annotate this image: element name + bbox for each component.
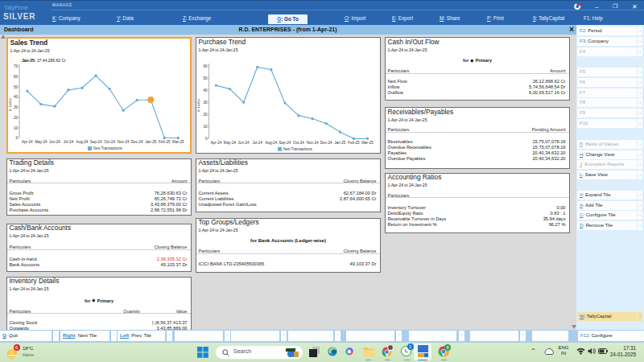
- svg-text:Oct-24: Oct-24: [293, 141, 304, 145]
- svg-text:Dec-24: Dec-24: [320, 141, 332, 145]
- svg-text:Jan-25: 37,44,289.60 Cr: Jan-25: 37,44,289.60 Cr: [22, 58, 66, 63]
- svg-text:Nett Transactions: Nett Transactions: [283, 147, 312, 151]
- svg-text:60: 60: [14, 75, 19, 79]
- svg-text:0: 0: [15, 136, 18, 140]
- svg-text:Jul-24: Jul-24: [64, 140, 74, 144]
- svg-text:70: 70: [14, 64, 19, 68]
- svg-text:Feb-25: Feb-25: [348, 141, 360, 145]
- svg-text:30: 30: [203, 101, 208, 105]
- svg-text:Oct-24: Oct-24: [104, 140, 115, 144]
- svg-text:10: 10: [14, 126, 19, 130]
- svg-text:In Lakhs: In Lakhs: [8, 98, 12, 111]
- svg-text:May-24: May-24: [224, 141, 237, 145]
- svg-text:May-24: May-24: [35, 140, 47, 144]
- svg-text:Jul-24: Jul-24: [252, 141, 262, 145]
- svg-text:Mar-25: Mar-25: [361, 141, 374, 145]
- svg-text:50: 50: [203, 76, 208, 80]
- svg-text:Dec-24: Dec-24: [131, 140, 143, 144]
- svg-text:Nov-24: Nov-24: [118, 140, 130, 144]
- svg-text:Jun-24: Jun-24: [49, 140, 60, 144]
- svg-text:Jan-25: Jan-25: [145, 140, 156, 144]
- svg-text:40: 40: [14, 95, 19, 99]
- svg-text:40: 40: [203, 88, 208, 93]
- svg-text:60: 60: [203, 64, 208, 68]
- svg-text:0: 0: [205, 137, 208, 141]
- svg-text:In Lakhs: In Lakhs: [196, 99, 200, 112]
- svg-text:Apr-24: Apr-24: [211, 141, 222, 145]
- svg-text:20: 20: [14, 116, 19, 120]
- svg-text:Sep-24: Sep-24: [90, 140, 102, 144]
- svg-text:Nett Transactions: Nett Transactions: [93, 146, 122, 150]
- svg-text:Jun-24: Jun-24: [238, 141, 250, 145]
- svg-text:Mar-25: Mar-25: [172, 140, 184, 144]
- svg-text:Nov-24: Nov-24: [307, 141, 319, 145]
- svg-text:20: 20: [203, 113, 208, 117]
- svg-text:Sep-24: Sep-24: [279, 141, 291, 145]
- svg-text:Jan-25: Jan-25: [334, 141, 345, 145]
- svg-text:10: 10: [203, 125, 208, 129]
- svg-text:Apr-24: Apr-24: [22, 140, 33, 144]
- svg-text:Aug-24: Aug-24: [265, 141, 277, 145]
- svg-text:Feb-25: Feb-25: [159, 140, 171, 144]
- svg-text:50: 50: [14, 85, 19, 89]
- svg-text:Aug-24: Aug-24: [76, 140, 89, 144]
- svg-text:30: 30: [14, 105, 19, 109]
